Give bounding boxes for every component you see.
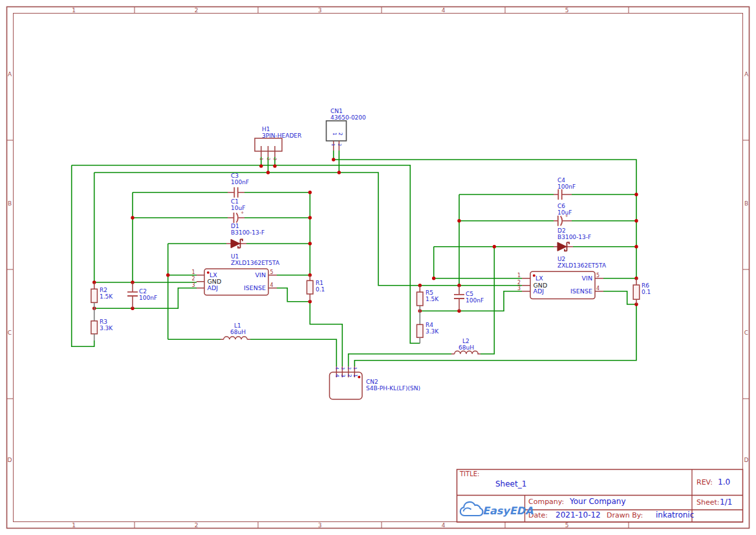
component-ref[interactable]: C6 — [557, 203, 565, 209]
component-ref[interactable]: R5 — [426, 289, 433, 296]
component-value[interactable]: 68uH — [459, 344, 474, 351]
component-ref[interactable]: R6 — [642, 282, 649, 289]
component-value[interactable]: 1.5K — [100, 293, 113, 300]
component-c4[interactable]: C4 100nF — [554, 177, 576, 200]
component-value[interactable]: 3.3K — [100, 325, 113, 331]
frame-col-label: 2 — [195, 522, 199, 529]
ic-pin-name: ADJ — [208, 284, 219, 291]
component-u1[interactable]: LX GND ADJ VIN ISENSE 1 2 3 5 4 U1 ZXLD1… — [191, 253, 279, 295]
schematic-canvas[interactable]: 1 2 3 4 5 1 2 3 4 5 A B C D A B C D — [0, 0, 756, 535]
component-value[interactable]: B3100-13-F — [557, 234, 591, 240]
frame-row-label: A — [744, 71, 749, 78]
sheet-label: Sheet: — [697, 498, 720, 507]
component-value[interactable]: 10uF — [557, 209, 572, 216]
drawn-by-value[interactable]: inkatronic — [656, 510, 694, 519]
component-c6[interactable]: + C6 10uF — [554, 203, 572, 226]
frame-col-label: 5 — [565, 7, 569, 14]
component-ref[interactable]: L1 — [234, 322, 241, 329]
frame-col-label: 4 — [442, 522, 446, 529]
logo-swirl-icon — [464, 508, 471, 511]
component-ref[interactable]: C2 — [139, 288, 147, 295]
component-ref[interactable]: H1 — [262, 126, 270, 132]
component-value[interactable]: 3.3K — [426, 328, 439, 335]
component-r5[interactable]: R5 1.5K — [417, 286, 440, 325]
pin-name: 2 — [347, 374, 352, 377]
component-ref[interactable]: CN1 — [330, 108, 343, 114]
company-value[interactable]: Your Company — [569, 497, 626, 506]
component-r4[interactable]: R4 3.3K — [417, 322, 440, 343]
component-cn2[interactable]: 4 3 2 1 4 3 2 1 CN2 S4B-PH-KL(LF)(SN) — [330, 366, 420, 399]
pin-number: 3 — [340, 367, 345, 370]
sheet-value[interactable]: 1/1 — [720, 498, 732, 507]
component-r6[interactable]: R6 0.1 — [633, 278, 651, 304]
pin-number: 4 — [596, 286, 599, 291]
component-value[interactable]: 0.1 — [642, 289, 651, 295]
component-value[interactable]: B3100-13-F — [231, 229, 265, 236]
frame-row-label: B — [744, 200, 748, 207]
frame-row-label: B — [8, 200, 12, 207]
component-ref[interactable]: D2 — [557, 227, 566, 234]
wires[interactable] — [72, 151, 636, 366]
component-ref[interactable]: CN2 — [366, 379, 378, 385]
component-c3[interactable]: C3 100nF — [228, 173, 249, 198]
component-value[interactable]: 68uH — [230, 329, 246, 335]
frame-row-label: A — [8, 71, 12, 78]
frame-row-label: D — [744, 457, 749, 463]
component-r2[interactable]: R2 1.5K — [91, 282, 113, 321]
easyeda-logo: EasyEDA — [460, 502, 534, 517]
component-r1[interactable]: R1 0.1 — [307, 275, 325, 302]
component-ref[interactable]: C4 — [557, 177, 565, 184]
component-ref[interactable]: C1 — [231, 198, 239, 205]
component-ref[interactable]: L2 — [462, 338, 470, 344]
component-value[interactable]: 43650-0200 — [330, 114, 366, 121]
component-c5[interactable]: C5 100nF — [454, 286, 484, 311]
component-cn1[interactable]: 1 2 1 2 CN1 43650-0200 — [327, 108, 367, 151]
component-value[interactable]: 1.5K — [426, 296, 439, 302]
frame-row-label: C — [744, 330, 748, 336]
pin-name: 4 — [334, 374, 340, 377]
component-l2[interactable]: L2 68uH — [451, 338, 481, 354]
component-value[interactable]: 100nF — [231, 179, 249, 185]
component-value[interactable]: 100nF — [139, 295, 157, 301]
component-value[interactable]: 10uF — [231, 205, 245, 211]
rev-value[interactable]: 1.0 — [718, 477, 730, 487]
pin-number: 2 — [266, 158, 271, 160]
ic-pin-name: ISENSE — [244, 284, 266, 291]
sheet-title[interactable]: Sheet_1 — [495, 479, 526, 488]
component-ref[interactable]: U2 — [557, 256, 565, 262]
component-value[interactable]: 3PIN-HEADER — [262, 132, 301, 139]
component-value[interactable]: ZXLD1362ET5TA — [557, 262, 607, 269]
component-ref[interactable]: R3 — [100, 319, 107, 325]
frame-col-label: 1 — [72, 7, 76, 14]
pin-name: 2 — [338, 132, 343, 136]
component-c1[interactable]: + C1 10uF — [228, 198, 245, 223]
component-value[interactable]: 100nF — [557, 184, 576, 190]
component-value[interactable]: ZXLD1362ET5TA — [231, 260, 280, 266]
component-c2[interactable]: C2 100nF — [127, 282, 157, 308]
date-value[interactable]: 2021-10-12 — [556, 510, 601, 519]
component-u2[interactable]: LX GND ADJ VIN ISENSE 1 2 3 5 4 U2 ZXLD1… — [517, 256, 607, 299]
component-ref[interactable]: R1 — [316, 280, 323, 286]
component-l1[interactable]: L1 68uH — [221, 322, 250, 339]
component-d1[interactable]: D1 B3100-13-F — [226, 223, 265, 248]
component-value[interactable]: 0.1 — [316, 286, 325, 293]
component-ref[interactable]: C5 — [466, 291, 473, 297]
component-value[interactable]: S4B-PH-KL(LF)(SN) — [366, 385, 420, 392]
component-ref[interactable]: C3 — [231, 173, 239, 179]
frame-col-label: 1 — [72, 522, 76, 529]
ic-pin-name: VIN — [582, 275, 592, 282]
component-ref[interactable]: R4 — [426, 322, 433, 328]
pin-number: 1 — [330, 143, 336, 146]
component-ref[interactable]: D1 — [231, 223, 239, 229]
frame-col-label: 4 — [442, 7, 446, 14]
ic-pin-name: LX — [535, 275, 543, 282]
component-r3[interactable]: R3 3.3K — [91, 319, 113, 341]
pin-number: 2 — [517, 280, 521, 286]
component-d2[interactable]: D2 B3100-13-F — [554, 227, 591, 251]
pin-number: 1 — [352, 367, 358, 370]
component-ref[interactable]: U1 — [231, 253, 239, 260]
component-h1[interactable]: 1 2 3 H1 3PIN-HEADER — [255, 126, 301, 160]
component-value[interactable]: 100nF — [466, 297, 484, 304]
component-ref[interactable]: R2 — [100, 287, 107, 293]
pin-name: 3 — [340, 374, 346, 377]
